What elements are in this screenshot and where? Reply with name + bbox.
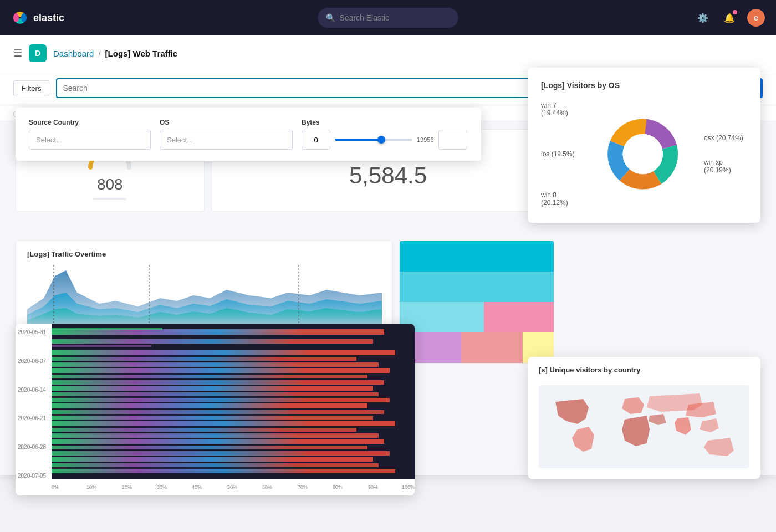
elastic-logo-text: elastic bbox=[33, 12, 64, 24]
bytes-min-input[interactable] bbox=[302, 130, 330, 150]
gauge-sub-1 bbox=[93, 198, 126, 200]
app-icon: D bbox=[29, 44, 47, 62]
filter-row: Source Country Select... OS Select... By… bbox=[29, 119, 468, 150]
bytes-max-input[interactable] bbox=[438, 130, 467, 150]
svg-text:30%: 30% bbox=[157, 484, 167, 490]
dashboard-area: ☰ D Dashboard / [Logs] Web Traffic Filte… bbox=[0, 35, 776, 532]
win7-label: win 7 (19.44%) bbox=[541, 101, 581, 117]
svg-rect-27 bbox=[52, 392, 379, 396]
svg-rect-31 bbox=[52, 416, 373, 420]
visitors-os-title: [Logs] Visitors by OS bbox=[541, 81, 747, 90]
svg-rect-29 bbox=[52, 403, 367, 408]
os-labels-right: osx (20.74%) win xp (20.19%) bbox=[704, 134, 747, 174]
svg-text:50%: 50% bbox=[227, 484, 237, 490]
svg-rect-26 bbox=[52, 386, 373, 391]
filters-button[interactable]: Filters bbox=[13, 80, 49, 96]
svg-rect-28 bbox=[52, 398, 390, 402]
treemap-row-1 bbox=[400, 241, 554, 272]
svg-text:0%: 0% bbox=[52, 484, 59, 490]
visitors-os-panel: [Logs] Visitors by OS win 7 (19.44%) ios… bbox=[528, 68, 760, 223]
notifications-icon[interactable]: 🔔 bbox=[721, 9, 738, 27]
source-country-label: Source Country bbox=[29, 119, 151, 126]
svg-rect-37 bbox=[52, 451, 390, 456]
stacked-bar-chart: 0% 10% 20% 30% 40% 50% 60% 70% 80% 90% 1… bbox=[16, 324, 415, 495]
slider-thumb[interactable] bbox=[377, 136, 385, 144]
treemap-row-3 bbox=[400, 302, 554, 332]
settings-icon[interactable]: ⚙️ bbox=[694, 9, 712, 27]
svg-rect-33 bbox=[52, 428, 356, 432]
treemap-cell-salmon bbox=[461, 332, 523, 363]
treemap-cell-pink bbox=[484, 302, 554, 332]
user-avatar[interactable]: e bbox=[747, 9, 765, 27]
treemap-cell-teal2 bbox=[400, 272, 554, 302]
svg-rect-34 bbox=[52, 433, 379, 438]
os-labels-left: win 7 (19.44%) ios (19.5%) win 8 (20.12%… bbox=[541, 101, 581, 207]
svg-point-14 bbox=[622, 134, 663, 175]
svg-point-4 bbox=[21, 13, 27, 22]
win8-label: win 8 (20.12%) bbox=[541, 191, 581, 207]
svg-rect-16 bbox=[52, 329, 384, 335]
traffic-overtime-title: [Logs] Traffic Overtime bbox=[27, 250, 381, 258]
y-label-3: 2020-06-14 bbox=[18, 387, 49, 393]
bytes-slider-track[interactable] bbox=[335, 139, 412, 141]
svg-text:70%: 70% bbox=[298, 484, 308, 490]
svg-text:40%: 40% bbox=[192, 484, 202, 490]
y-label-5: 2020-06-28 bbox=[18, 444, 49, 450]
source-country-select[interactable]: Select... bbox=[29, 130, 151, 150]
elastic-logo[interactable]: elastic bbox=[11, 9, 64, 27]
svg-rect-32 bbox=[52, 421, 395, 426]
svg-rect-35 bbox=[52, 439, 384, 444]
kql-search-input[interactable] bbox=[63, 84, 545, 93]
svg-text:90%: 90% bbox=[368, 484, 378, 490]
bytes-field: Bytes 19956 bbox=[302, 119, 467, 150]
breadcrumb-separator: / bbox=[98, 49, 100, 58]
nav-icons: ⚙️ 🔔 e bbox=[694, 9, 765, 27]
breadcrumb: Dashboard / [Logs] Web Traffic bbox=[53, 49, 177, 58]
os-chart-layout: win 7 (19.44%) ios (19.5%) win 8 (20.12%… bbox=[541, 99, 747, 209]
donut-chart bbox=[593, 99, 693, 209]
world-map-svg bbox=[539, 385, 749, 468]
slider-fill bbox=[335, 139, 381, 141]
svg-text:20%: 20% bbox=[122, 484, 132, 490]
ios-label: ios (19.5%) bbox=[541, 150, 581, 158]
source-country-field: Source Country Select... bbox=[29, 119, 151, 150]
svg-text:60%: 60% bbox=[262, 484, 272, 490]
treemap-row-2 bbox=[400, 272, 554, 302]
winxp-label: win xp (20.19%) bbox=[704, 158, 747, 174]
traffic-overtime-panel: [Logs] Traffic Overtime bbox=[16, 241, 392, 337]
os-select[interactable]: Select... bbox=[160, 130, 293, 150]
global-search-input[interactable] bbox=[340, 13, 451, 22]
treemap-panel bbox=[399, 241, 554, 364]
svg-rect-25 bbox=[52, 380, 384, 385]
svg-text:10%: 10% bbox=[86, 484, 96, 490]
bytes-label: Bytes bbox=[302, 119, 467, 126]
y-label-6: 2020-07-05 bbox=[18, 473, 49, 479]
stacked-bar-content: 2020-05-31 2020-06-07 2020-06-14 2020-06… bbox=[16, 324, 415, 495]
gauge-value-2: 5,584.5 bbox=[349, 162, 427, 189]
global-search-bar[interactable]: 🔍 bbox=[318, 8, 458, 28]
y-axis-labels: 2020-05-31 2020-06-07 2020-06-14 2020-06… bbox=[16, 324, 52, 479]
search-icon: 🔍 bbox=[326, 13, 335, 22]
search-input-wrap[interactable]: KQL bbox=[56, 78, 566, 98]
svg-rect-24 bbox=[52, 375, 367, 378]
svg-rect-19 bbox=[52, 345, 151, 347]
svg-rect-40 bbox=[52, 469, 395, 473]
unique-visitors-title: [s] Unique visitors by country bbox=[539, 366, 749, 374]
traffic-area-chart bbox=[27, 265, 382, 326]
os-field: OS Select... bbox=[160, 119, 293, 150]
svg-rect-20 bbox=[52, 350, 395, 355]
breadcrumb-current: [Logs] Web Traffic bbox=[105, 49, 178, 58]
svg-rect-22 bbox=[52, 362, 379, 367]
svg-point-3 bbox=[13, 13, 19, 22]
y-label-2: 2020-06-07 bbox=[18, 358, 49, 364]
menu-icon[interactable]: ☰ bbox=[13, 47, 22, 59]
svg-text:80%: 80% bbox=[333, 484, 343, 490]
breadcrumb-bar: ☰ D Dashboard / [Logs] Web Traffic bbox=[0, 35, 776, 71]
bytes-slider-wrap: 19956 bbox=[302, 130, 467, 150]
map-panel: [s] Unique visitors by country bbox=[528, 357, 760, 479]
svg-rect-36 bbox=[52, 446, 367, 449]
svg-rect-39 bbox=[52, 463, 379, 467]
treemap-cell-teal bbox=[400, 241, 554, 272]
stacked-bar-panel: 2020-05-31 2020-06-07 2020-06-14 2020-06… bbox=[16, 324, 415, 495]
breadcrumb-parent[interactable]: Dashboard bbox=[53, 49, 94, 58]
